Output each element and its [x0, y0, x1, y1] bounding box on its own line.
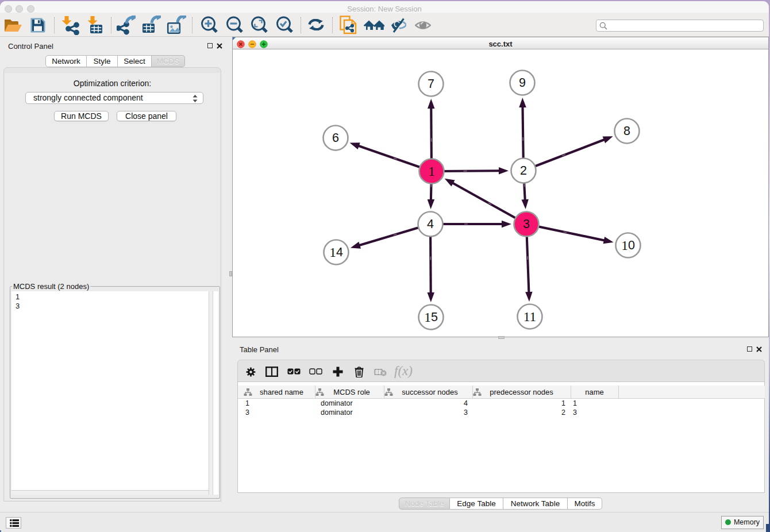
svg-text:10: 10	[621, 238, 635, 253]
svg-text:15: 15	[424, 310, 438, 325]
svg-text:3: 3	[523, 217, 530, 231]
svg-text:6: 6	[332, 131, 339, 145]
svg-text:2: 2	[520, 164, 527, 178]
svg-text:14: 14	[329, 245, 343, 260]
svg-text:7: 7	[428, 77, 434, 91]
svg-text:9: 9	[519, 76, 526, 90]
svg-text:8: 8	[623, 124, 630, 138]
svg-text:1: 1	[428, 164, 435, 179]
svg-text:11: 11	[523, 309, 537, 324]
svg-text:4: 4	[427, 217, 434, 231]
